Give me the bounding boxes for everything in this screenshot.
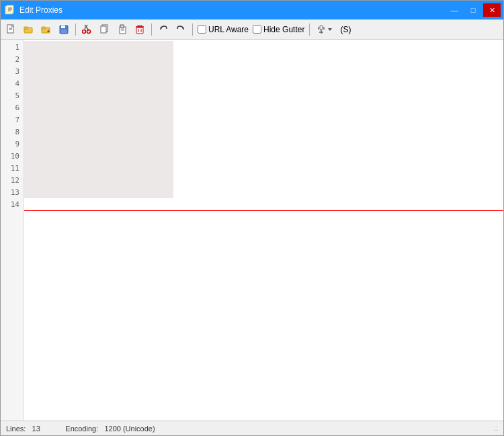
- paste-button[interactable]: [114, 22, 130, 37]
- line-number-4: 4: [1, 77, 24, 89]
- line-number-14: 14: [1, 198, 24, 210]
- main-window: Edit Proxies — □ ✕: [0, 0, 504, 436]
- line-number-5: 5: [1, 89, 24, 101]
- svg-rect-38: [323, 27, 325, 30]
- encoding-label: Encoding: 1200 (Unicode): [47, 425, 162, 433]
- hide-gutter-checkbox[interactable]: [253, 25, 261, 34]
- line-number-13: 13: [1, 186, 24, 198]
- url-aware-checkbox[interactable]: [198, 25, 206, 34]
- maximize-button[interactable]: □: [464, 3, 482, 17]
- svg-rect-34: [320, 26, 323, 30]
- line-number-11: 11: [1, 162, 24, 174]
- line-number-7: 7: [1, 114, 24, 126]
- url-aware-label[interactable]: URL Aware: [198, 25, 249, 34]
- line-number-8: 8: [1, 126, 24, 138]
- url-aware-text: URL Aware: [208, 25, 249, 34]
- new-file-button[interactable]: [3, 22, 19, 37]
- title-controls: — □ ✕: [446, 3, 501, 17]
- status-corner: .:: [494, 425, 498, 432]
- separator-2: [151, 24, 152, 36]
- svg-rect-29: [138, 26, 142, 27]
- line-number-12: 12: [1, 174, 24, 186]
- hide-gutter-text: Hide Gutter: [263, 25, 304, 34]
- hide-gutter-label[interactable]: Hide Gutter: [253, 25, 304, 34]
- tools-dropdown-button[interactable]: [313, 22, 336, 37]
- title-bar: Edit Proxies — □ ✕: [1, 1, 503, 19]
- svg-marker-39: [328, 28, 332, 31]
- line-number-1: 1: [1, 41, 24, 53]
- svg-rect-10: [24, 27, 28, 29]
- svg-rect-22: [101, 26, 106, 33]
- svg-rect-37: [318, 27, 319, 30]
- close-button[interactable]: ✕: [483, 3, 501, 17]
- toolbar: +: [1, 19, 503, 40]
- svg-point-19: [83, 30, 86, 33]
- text-selection-block: [24, 41, 173, 198]
- line-number-2: 2: [1, 53, 24, 65]
- line-number-6: 6: [1, 101, 24, 114]
- cut-button[interactable]: [79, 22, 95, 37]
- save-as-button[interactable]: +: [38, 22, 54, 37]
- svg-rect-27: [136, 28, 143, 34]
- editor-area[interactable]: [24, 40, 503, 421]
- window-icon: [5, 5, 15, 15]
- undo-button[interactable]: [155, 22, 171, 37]
- copy-button[interactable]: [97, 22, 113, 37]
- minimize-button[interactable]: —: [446, 3, 463, 17]
- svg-rect-16: [60, 30, 67, 33]
- svg-text:+: +: [47, 29, 50, 34]
- separator-1: [75, 24, 76, 36]
- separator-4: [309, 24, 310, 36]
- line-number-3: 3: [1, 65, 24, 77]
- svg-rect-15: [61, 26, 65, 28]
- svg-point-20: [87, 30, 91, 33]
- status-bar: Lines: 13 Encoding: 1200 (Unicode) .:: [1, 421, 503, 435]
- redo-button[interactable]: [173, 22, 189, 37]
- delete-button[interactable]: [132, 22, 148, 37]
- lines-value: 13: [32, 425, 40, 433]
- svg-rect-24: [120, 25, 124, 28]
- main-content: 1 2 3 4 5 6 7 8 9 10 11 12 13 14: [1, 40, 503, 421]
- status-indicator: (S): [337, 25, 353, 34]
- title-bar-left: Edit Proxies: [5, 5, 62, 15]
- line-numbers-panel: 1 2 3 4 5 6 7 8 9 10 11 12 13 14: [1, 40, 24, 421]
- lines-label: Lines: 13: [6, 425, 47, 433]
- red-separator-line: [24, 210, 503, 211]
- line-number-9: 9: [1, 138, 24, 150]
- encoding-value: 1200 (Unicode): [104, 425, 155, 433]
- separator-3: [192, 24, 193, 36]
- window-title: Edit Proxies: [19, 5, 62, 15]
- line-number-10: 10: [1, 150, 24, 162]
- save-button[interactable]: [56, 22, 72, 37]
- svg-rect-12: [42, 27, 45, 29]
- open-file-button[interactable]: [21, 22, 37, 37]
